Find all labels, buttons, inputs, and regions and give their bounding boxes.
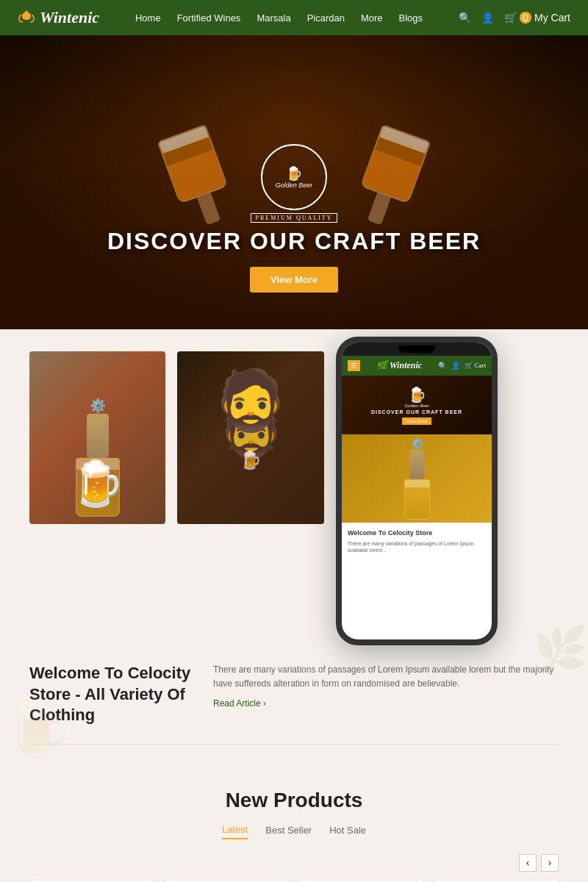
image-row: ⚙️ 🧔 🍺	[29, 351, 559, 645]
beer-tap-image: ⚙️	[29, 351, 165, 524]
tab-latest[interactable]: Latest	[222, 821, 248, 839]
nav-links: Home Fortified Wines Marsala Picardan Mo…	[135, 11, 423, 24]
product-nav: ‹ ›	[29, 854, 559, 872]
navbar-icons: 🔍 👤 🛒 0 My Cart	[459, 12, 570, 24]
search-icon[interactable]: 🔍	[459, 12, 471, 24]
hero-section: 🍺 Golden Beer PREMIUM QUALITY DISCOVER O…	[0, 35, 588, 329]
phone-user-icon[interactable]: 👤	[451, 362, 460, 370]
new-products-section: New Products Latest Best Seller Hot Sale…	[0, 767, 588, 882]
nav-marsala[interactable]: Marsala	[257, 11, 290, 24]
navbar: Wintenic Home Fortified Wines Marsala Pi…	[0, 0, 588, 35]
hero-cta-button[interactable]: View More	[250, 267, 338, 293]
cart-badge: 0	[520, 12, 531, 24]
tab-hotsale[interactable]: Hot Sale	[329, 821, 366, 839]
phone-icons: 🔍 👤 🛒 Cart	[438, 362, 486, 370]
about-section: Welcome To Celocity Store - All Variety …	[29, 663, 559, 745]
phone-menu-button[interactable]: ☰	[348, 360, 360, 371]
phone-hero: 🍺 Golden Beer DISCOVER OUR CRAFT BEER Vi…	[342, 376, 492, 434]
phone-logo: 🌿 Wintenic	[376, 360, 422, 371]
phone-search-icon[interactable]: 🔍	[438, 362, 447, 370]
tab-bestseller[interactable]: Best Seller	[265, 821, 312, 839]
user-icon[interactable]: 👤	[481, 12, 494, 24]
about-heading: Welcome To Celocity Store - All Variety …	[29, 663, 191, 726]
logo-icon	[18, 9, 35, 26]
hero-content: DISCOVER OUR CRAFT BEER View More	[107, 228, 481, 293]
prev-button[interactable]: ‹	[519, 854, 537, 872]
man-image: 🧔 🍺	[177, 351, 324, 524]
phone-screen: ☰ 🌿 Wintenic 🔍 👤 🛒 Cart 🍺 Golden Beer	[342, 343, 492, 639]
about-heading-area: Welcome To Celocity Store - All Variety …	[29, 663, 191, 726]
about-body-text: There are many variations of passages of…	[213, 663, 559, 691]
next-button[interactable]: ›	[541, 854, 559, 872]
cart-button[interactable]: 🛒 0 My Cart	[504, 12, 570, 24]
cart-icon: 🛒	[504, 12, 517, 24]
hero-title: DISCOVER OUR CRAFT BEER	[107, 228, 481, 255]
content-section: ⚙️ 🧔 🍺	[0, 329, 588, 767]
nav-more[interactable]: More	[361, 11, 383, 24]
new-products-title: New Products	[29, 789, 559, 812]
nav-picardan[interactable]: Picardan	[307, 11, 345, 24]
phone-mockup: ☰ 🌿 Wintenic 🔍 👤 🛒 Cart 🍺 Golden Beer	[336, 337, 498, 645]
phone-navbar: ☰ 🌿 Wintenic 🔍 👤 🛒 Cart	[342, 356, 492, 376]
about-body-area: There are many variations of passages of…	[213, 663, 559, 726]
logo[interactable]: Wintenic	[18, 8, 99, 27]
phone-cart-icon[interactable]: 🛒 Cart	[465, 362, 486, 370]
nav-home[interactable]: Home	[135, 11, 161, 24]
nav-fortified-wines[interactable]: Fortified Wines	[177, 11, 241, 24]
phone-content-image: ⚙️	[342, 434, 492, 523]
nav-blogs[interactable]: Blogs	[399, 11, 423, 24]
read-more-link[interactable]: Read Article ›	[213, 697, 559, 711]
product-tabs: Latest Best Seller Hot Sale	[29, 821, 559, 839]
